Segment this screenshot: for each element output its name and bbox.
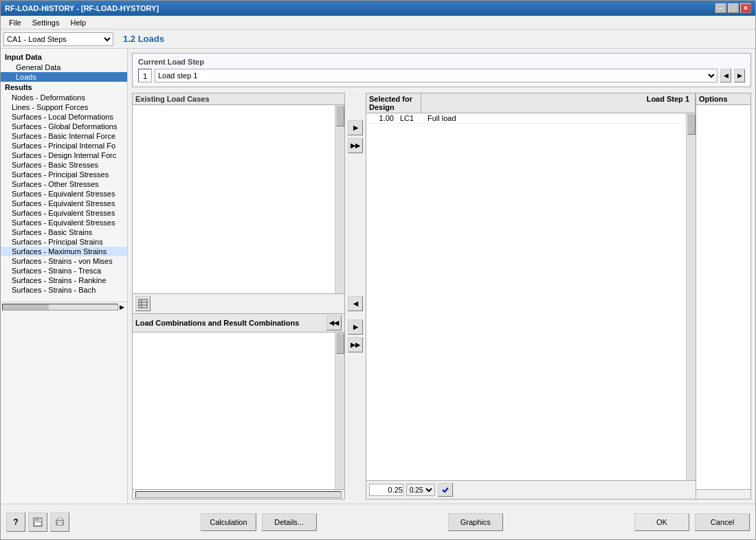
right-panel-bottom: 0.25 xyxy=(366,480,696,499)
help-icon: ? xyxy=(13,517,18,527)
details-button[interactable]: Details... xyxy=(262,513,317,531)
combo-list[interactable] xyxy=(133,333,335,489)
factor-cell: 1.00 xyxy=(366,113,397,123)
middle-buttons-upper: ▶ ▶▶ ◀ ▶ ▶▶ xyxy=(345,93,366,499)
help-button[interactable]: ? xyxy=(6,513,25,532)
double-right-arrow-button[interactable]: ▶▶ xyxy=(348,138,363,153)
menu-settings[interactable]: Settings xyxy=(27,17,65,28)
sidebar-item-19[interactable]: Surfaces - Strains - Rankine xyxy=(1,275,127,285)
existing-panel-bottom xyxy=(133,293,344,313)
options-bottom xyxy=(696,489,751,499)
svg-rect-0 xyxy=(139,300,147,308)
title-bar: RF-LOAD-HISTORY - [RF-LOAD-HYSTORY] ─ □ … xyxy=(1,1,755,16)
table-row: 1.00 LC1 Full load xyxy=(366,113,686,124)
maximize-button[interactable]: □ xyxy=(728,3,739,13)
right-arrow-combo-button[interactable]: ▶ xyxy=(348,319,363,335)
factor-select[interactable]: 0.25 xyxy=(406,484,435,496)
sidebar-item-18[interactable]: Surfaces - Strains - Tresca xyxy=(1,266,127,275)
existing-panel: Existing Load Cases xyxy=(132,93,345,314)
sidebar-item-8[interactable]: Surfaces - Principal Stresses xyxy=(1,170,127,179)
sidebar-item-4[interactable]: Surfaces - Basic Internal Force xyxy=(1,131,127,141)
sidebar-item-loads[interactable]: Loads xyxy=(1,72,127,82)
ok-button[interactable]: OK xyxy=(634,513,689,531)
existing-list[interactable] xyxy=(133,105,335,293)
selected-header: Selected for Design xyxy=(366,93,421,113)
print-button[interactable] xyxy=(50,513,69,532)
nav-next-button[interactable]: ▶ xyxy=(734,69,745,82)
calculation-button[interactable]: Calculation xyxy=(201,513,256,531)
combo-bottom-scroll xyxy=(133,489,344,499)
options-header: Options xyxy=(696,93,751,105)
save-button[interactable] xyxy=(28,513,47,532)
svg-rect-8 xyxy=(58,518,62,520)
load-step-col-header: Load Step 1 xyxy=(421,93,696,113)
minimize-button[interactable]: ─ xyxy=(715,3,726,13)
bottom-bar: ? Calculation Details... Graphics xyxy=(1,504,755,539)
options-panel: Options xyxy=(696,93,751,499)
combo-scrollbar[interactable] xyxy=(335,333,344,489)
right-list[interactable]: 1.00 LC1 Full load xyxy=(366,113,686,480)
panels-row: Existing Load Cases xyxy=(132,93,751,499)
step-select[interactable]: Load step 1 xyxy=(155,69,718,82)
sidebar-item-5[interactable]: Surfaces - Principal Internal Fo xyxy=(1,141,127,150)
menu-help[interactable]: Help xyxy=(65,17,91,28)
left-arrow-button[interactable]: ◀ xyxy=(348,296,363,311)
save-icon xyxy=(33,517,43,527)
combo-panel: Load Combinations and Result Combination… xyxy=(132,314,345,499)
lc-cell: LC1 xyxy=(397,113,425,123)
menu-file[interactable]: File xyxy=(3,17,27,28)
description-cell: Full load xyxy=(425,113,686,123)
double-right-combo-button[interactable]: ▶▶ xyxy=(348,337,363,352)
bottom-icons: ? xyxy=(6,513,69,532)
factor-input[interactable] xyxy=(369,484,403,496)
menu-bar: File Settings Help xyxy=(1,16,755,30)
sidebar-item-12[interactable]: Surfaces - Equivalent Stresses xyxy=(1,208,127,218)
sidebar-item-20[interactable]: Surfaces - Strains - Bach xyxy=(1,285,127,295)
sidebar-item-6[interactable]: Surfaces - Design Internal Forc xyxy=(1,150,127,160)
step-number: 1 xyxy=(138,69,152,82)
sidebar-item-13[interactable]: Surfaces - Equivalent Stresses xyxy=(1,218,127,227)
sidebar-item-1[interactable]: Lines - Support Forces xyxy=(1,102,127,112)
cancel-button[interactable]: Cancel xyxy=(695,513,750,531)
confirm-button[interactable] xyxy=(438,483,453,497)
input-data-header: Input Data xyxy=(1,52,127,63)
options-content xyxy=(696,105,751,489)
close-button[interactable]: ✕ xyxy=(740,3,751,13)
left-panels: Existing Load Cases xyxy=(132,93,345,499)
section-title: 1.2 Loads xyxy=(123,34,164,44)
ca-dropdown[interactable]: CA1 - Load Steps xyxy=(3,32,113,46)
sidebar-item-2[interactable]: Surfaces - Local Deformations xyxy=(1,112,127,122)
sidebar-item-15[interactable]: Surfaces - Principal Strains xyxy=(1,237,127,247)
svg-rect-9 xyxy=(57,523,63,525)
load-step-row: 1 Load step 1 ◀ ▶ xyxy=(138,69,745,82)
svg-rect-5 xyxy=(35,518,39,521)
right-panel-header: Selected for Design Load Step 1 xyxy=(366,93,696,113)
existing-scrollbar[interactable] xyxy=(335,105,344,293)
combo-label: Load Combinations and Result Combination… xyxy=(135,319,299,327)
sidebar-item-3[interactable]: Surfaces - Global Deformations xyxy=(1,122,127,131)
right-list-area: 1.00 LC1 Full load xyxy=(366,113,696,480)
print-icon xyxy=(55,517,65,527)
sidebar-item-11[interactable]: Surfaces - Equivalent Stresses xyxy=(1,199,127,208)
main-window: RF-LOAD-HISTORY - [RF-LOAD-HYSTORY] ─ □ … xyxy=(0,0,756,540)
sidebar-item-general-data[interactable]: General Data xyxy=(1,63,127,72)
right-panel: Selected for Design Load Step 1 1.00 LC1… xyxy=(366,93,696,499)
toolbar: CA1 - Load Steps 1.2 Loads xyxy=(1,30,755,49)
svg-rect-6 xyxy=(34,522,41,526)
sidebar-item-0[interactable]: Nodes - Deformations xyxy=(1,93,127,102)
table-icon-button[interactable] xyxy=(135,296,151,311)
right-arrow-button[interactable]: ▶ xyxy=(348,120,363,135)
sidebar-item-9[interactable]: Surfaces - Other Stresses xyxy=(1,179,127,189)
combo-list-area xyxy=(133,333,344,489)
sidebar-item-14[interactable]: Surfaces - Basic Strains xyxy=(1,227,127,237)
sidebar-item-10[interactable]: Surfaces - Equivalent Stresses xyxy=(1,189,127,199)
sidebar-item-7[interactable]: Surfaces - Basic Stresses xyxy=(1,160,127,170)
nav-prev-button[interactable]: ◀ xyxy=(720,69,731,82)
combo-header: Load Combinations and Result Combination… xyxy=(133,314,344,333)
graphics-button[interactable]: Graphics xyxy=(448,513,503,531)
right-scrollbar[interactable] xyxy=(686,113,696,480)
results-header: Results xyxy=(1,82,127,93)
sidebar-item-16[interactable]: Surfaces - Maximum Strains xyxy=(1,247,127,256)
sidebar-item-17[interactable]: Surfaces - Strains - von Mises xyxy=(1,256,127,266)
double-left-arrow-button[interactable]: ◀◀ xyxy=(326,315,342,330)
